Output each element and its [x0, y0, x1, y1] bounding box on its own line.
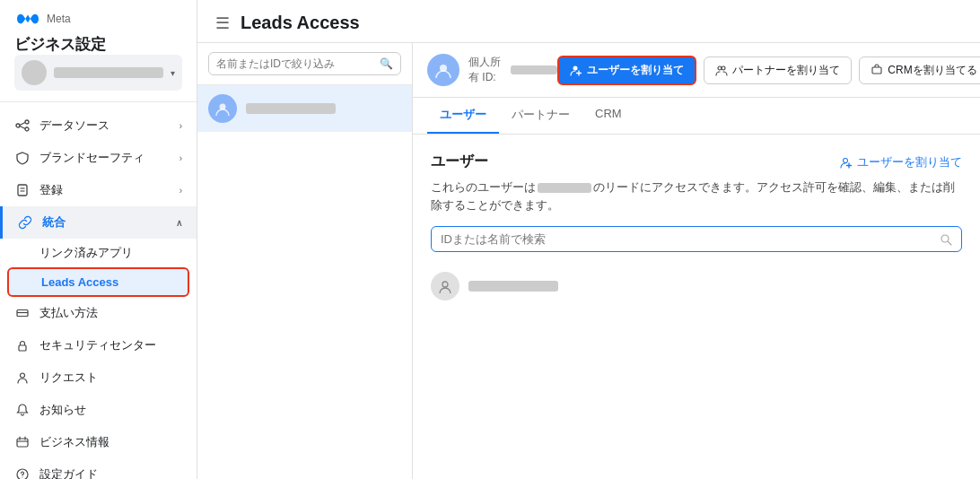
svg-rect-9 [19, 345, 26, 351]
svg-line-4 [20, 126, 25, 129]
sidebar-item-notification[interactable]: お知らせ [0, 394, 197, 426]
hamburger-icon[interactable]: ☰ [215, 13, 230, 33]
sidebar-item-security[interactable]: セキュリティセンター [0, 329, 197, 361]
sidebar-item-brand-safety[interactable]: ブランドセーフティ › [0, 142, 197, 174]
users-section-title: ユーザー [431, 152, 488, 171]
detail-panel: 個人所有 ID: ユーザーを割り当て パートナーを割り当て [413, 43, 980, 479]
svg-line-3 [20, 123, 25, 126]
tab-user[interactable]: ユーザー [427, 98, 499, 134]
assign-partner-btn-label: パートナーを割り当て [732, 63, 840, 78]
sidebar-item-brand-safety-label: ブランドセーフティ [39, 150, 171, 166]
sidebar-item-integration[interactable]: 統合 ∧ [0, 206, 197, 239]
payment-icon [14, 305, 31, 321]
svg-point-34 [844, 158, 848, 162]
svg-point-32 [722, 66, 725, 70]
business-account-name [54, 67, 163, 78]
sidebar-item-business-info[interactable]: ビジネス情報 [0, 426, 197, 458]
tab-partner[interactable]: パートナー [499, 98, 582, 134]
business-title: ビジネス設定 [14, 34, 182, 55]
assign-crm-button[interactable]: CRMを割り当てる [859, 57, 980, 84]
chevron-right-icon-3: › [179, 186, 182, 196]
question-icon [14, 466, 31, 479]
person-icon [14, 370, 31, 386]
section-search-wrap [431, 226, 962, 252]
search-icon-detail [940, 233, 952, 246]
sidebar-item-registration-label: 登録 [39, 182, 171, 198]
assign-user-btn-label: ユーザーを割り当て [587, 63, 684, 78]
detail-header: 個人所有 ID: ユーザーを割り当て パートナーを割り当て [413, 43, 980, 98]
sidebar-item-payment-label: 支払い方法 [39, 305, 182, 321]
user-list-item [431, 265, 962, 308]
svg-point-31 [718, 66, 722, 70]
assign-partner-button[interactable]: パートナーを割り当て [704, 57, 852, 84]
owner-id-value [511, 65, 557, 74]
meta-logo: Meta [14, 11, 182, 27]
sidebar-item-payment[interactable]: 支払い方法 [0, 297, 197, 329]
business-account-selector[interactable]: ▾ [14, 55, 182, 91]
search-bar: 🔍 [197, 43, 412, 85]
list-panel: 🔍 [197, 43, 413, 479]
chevron-right-icon: › [179, 121, 182, 131]
user-avatar [431, 272, 459, 300]
sidebar-item-request-label: リクエスト [39, 370, 182, 386]
nav-section: データソース › ブランドセーフティ › 登録 › 統合 ∧ [0, 102, 197, 479]
main-area: ☰ Leads Access 🔍 [197, 0, 980, 479]
document-icon [14, 182, 31, 198]
tabs-bar: ユーザー パートナー CRM [413, 98, 980, 135]
svg-point-0 [16, 124, 20, 127]
svg-point-10 [21, 373, 25, 378]
section-header: ユーザー ユーザーを割り当て [431, 152, 962, 171]
list-item[interactable] [197, 85, 412, 132]
svg-point-28 [573, 66, 578, 71]
bell-icon [14, 402, 31, 418]
main-content: 🔍 個人所有 ID: [197, 43, 980, 479]
chevron-down-icon: ▾ [171, 68, 175, 78]
detail-content: ユーザー ユーザーを割り当て これらのユーザーはのリードにアクセスできます。アク… [413, 135, 980, 479]
sidebar-item-data-source[interactable]: データソース › [0, 109, 197, 142]
sidebar-item-linked-apps[interactable]: リンク済みアプリ [0, 239, 197, 267]
sidebar-item-leads-access[interactable]: Leads Access [7, 267, 189, 297]
svg-point-37 [941, 235, 949, 242]
sidebar: Meta ビジネス設定 ▾ データソース › ブランドセーフティ › [0, 0, 197, 479]
svg-line-38 [949, 241, 952, 245]
chevron-right-icon-2: › [179, 153, 182, 163]
sidebar-item-notification-label: お知らせ [39, 402, 182, 418]
sidebar-item-request[interactable]: リクエスト [0, 361, 197, 394]
owner-label: 個人所有 ID: [468, 55, 507, 85]
sidebar-item-setup-guide-label: 設定ガイド [39, 466, 182, 479]
svg-point-1 [25, 120, 29, 124]
svg-rect-5 [18, 185, 27, 196]
tab-crm[interactable]: CRM [582, 98, 634, 134]
detail-owner-info: 個人所有 ID: [468, 55, 557, 85]
list-item-name [246, 103, 336, 114]
user-search-input[interactable] [441, 232, 940, 246]
sidebar-item-integration-label: 統合 [42, 214, 167, 231]
search-icon: 🔍 [380, 57, 393, 70]
sidebar-item-registration[interactable]: 登録 › [0, 174, 197, 206]
section-assign-user-link[interactable]: ユーザーを割り当て [840, 154, 962, 170]
section-description: これらのユーザーはのリードにアクセスできます。アクセス許可を確認、編集、または削… [431, 179, 962, 213]
business-account-avatar [22, 60, 47, 85]
detail-header-left: 個人所有 ID: [427, 54, 557, 86]
search-input-wrap: 🔍 [208, 52, 401, 75]
shield-icon [14, 150, 31, 166]
sidebar-header: Meta ビジネス設定 ▾ [0, 0, 197, 102]
svg-rect-33 [872, 67, 881, 74]
info-icon [14, 434, 31, 450]
sidebar-item-setup-guide[interactable]: 設定ガイド [0, 458, 197, 479]
assign-user-button[interactable]: ユーザーを割り当て [557, 56, 696, 85]
user-name [468, 281, 558, 292]
link-icon [17, 214, 33, 231]
meta-logo-icon [14, 11, 41, 27]
list-item-avatar [208, 94, 237, 123]
chevron-down-icon-integration: ∧ [176, 218, 182, 228]
detail-actions: ユーザーを割り当て パートナーを割り当て CRMを割り当てる デフォルトアクセス… [557, 56, 980, 85]
svg-point-2 [25, 127, 29, 131]
search-input[interactable] [216, 57, 380, 70]
svg-rect-11 [17, 439, 28, 447]
sidebar-item-security-label: セキュリティセンター [39, 337, 182, 353]
svg-point-16 [22, 477, 23, 478]
section-assign-label: ユーザーを割り当て [857, 154, 962, 170]
meta-label: Meta [47, 13, 71, 25]
detail-avatar [427, 54, 459, 86]
